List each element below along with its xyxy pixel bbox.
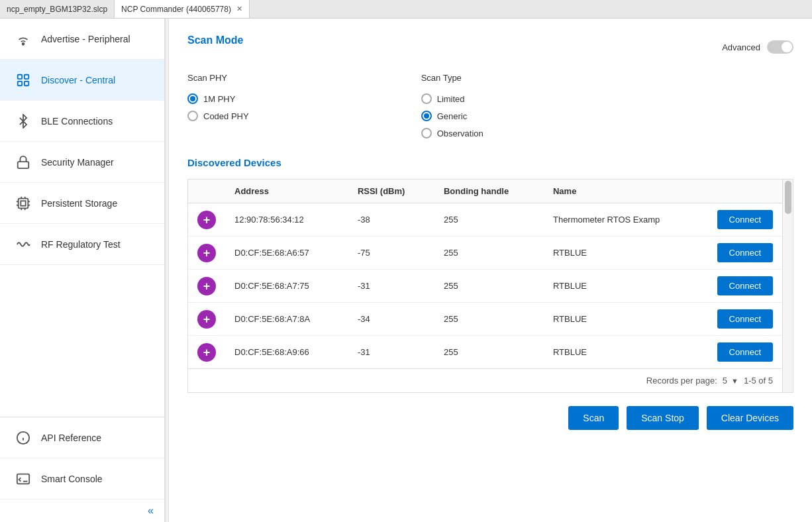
row-plus-cell: + xyxy=(188,336,225,369)
grid-icon xyxy=(13,73,33,87)
connect-button[interactable]: Connect xyxy=(717,276,773,295)
devices-table-container: Address RSSI (dBm) Bonding handle Name +… xyxy=(187,179,793,393)
connect-button[interactable]: Connect xyxy=(717,243,773,262)
svg-rect-4 xyxy=(25,81,28,85)
sidebar-item-api-reference[interactable]: API Reference xyxy=(0,417,164,458)
row-rssi: -34 xyxy=(348,303,434,336)
sidebar-label-rf-regulatory-test: RF Regulatory Test xyxy=(41,239,121,250)
scan-mode-title: Scan Mode xyxy=(187,34,243,46)
radio-label-coded-phy: Coded PHY xyxy=(203,111,249,121)
row-bonding-handle: 255 xyxy=(434,203,544,236)
sidebar-spacer xyxy=(0,265,164,417)
table-row: + D0:CF:5E:68:A7:8A -34 255 RTBLUE Conne… xyxy=(188,303,782,336)
row-bonding-handle: 255 xyxy=(434,236,544,270)
close-icon[interactable]: ✕ xyxy=(236,5,242,13)
clear-devices-button[interactable]: Clear Devices xyxy=(707,406,793,430)
sidebar-item-advertise-peripheral[interactable]: Advertise - Peripheral xyxy=(0,19,164,60)
svg-rect-5 xyxy=(18,162,29,168)
svg-rect-1 xyxy=(18,74,22,78)
radio-circle-observation xyxy=(421,128,432,138)
sidebar-label-persistent-storage: Persistent Storage xyxy=(41,198,117,209)
sidebar-label-security-manager: Security Manager xyxy=(41,157,114,168)
tab-ncp-label: NCP Commander (440065778) xyxy=(121,5,231,14)
sidebar-item-smart-console[interactable]: Smart Console xyxy=(0,458,164,499)
sidebar-item-discover-central[interactable]: Discover - Central xyxy=(0,60,164,101)
advanced-label: Advanced xyxy=(722,42,760,52)
row-expand-button[interactable]: + xyxy=(197,244,216,262)
table-row: + D0:CF:5E:68:A6:57 -75 255 RTBLUE Conne… xyxy=(188,236,782,270)
row-plus-cell: + xyxy=(188,236,225,270)
chevron-down-icon: ▼ xyxy=(731,377,738,385)
radio-label-limited: Limited xyxy=(437,94,465,104)
sidebar: Advertise - Peripheral Discover - Centra… xyxy=(0,19,165,522)
sidebar-item-persistent-storage[interactable]: Persistent Storage xyxy=(0,183,164,224)
row-name: RTBLUE xyxy=(544,336,708,369)
scan-phy-label: Scan PHY xyxy=(187,73,249,83)
row-name: RTBLUE xyxy=(544,236,708,270)
row-expand-button[interactable]: + xyxy=(197,310,216,329)
row-connect-cell: Connect xyxy=(708,303,782,336)
row-bonding-handle: 255 xyxy=(434,270,544,303)
scan-stop-button[interactable]: Scan Stop xyxy=(627,406,699,430)
sidebar-label-advertise-peripheral: Advertise - Peripheral xyxy=(41,34,130,44)
radio-coded-phy[interactable]: Coded PHY xyxy=(187,111,249,121)
tab-file-label: ncp_empty_BGM13P32.slcp xyxy=(7,5,107,14)
radio-circle-1m-phy xyxy=(187,93,198,104)
records-per-page-value: 5 xyxy=(723,376,727,386)
sidebar-item-security-manager[interactable]: Security Manager xyxy=(0,142,164,183)
pagination-range: 1-5 of 5 xyxy=(744,376,773,386)
records-per-page-select[interactable]: 5 ▼ xyxy=(723,376,738,386)
scan-mode-header: Scan Mode Advanced xyxy=(187,34,793,60)
lock-icon xyxy=(13,155,33,170)
sidebar-label-ble-connections: BLE Connections xyxy=(41,116,113,127)
radio-circle-limited xyxy=(421,93,432,104)
table-row: + D0:CF:5E:68:A9:66 -31 255 RTBLUE Conne… xyxy=(188,336,782,369)
tab-bar: ncp_empty_BGM13P32.slcp NCP Commander (4… xyxy=(0,0,812,19)
row-expand-button[interactable]: + xyxy=(197,277,216,295)
col-address-header: Address xyxy=(225,180,348,203)
connect-button[interactable]: Connect xyxy=(717,210,773,229)
row-address: D0:CF:5E:68:A7:75 xyxy=(225,270,348,303)
scan-button[interactable]: Scan xyxy=(568,406,619,430)
connect-button[interactable]: Connect xyxy=(717,342,773,362)
table-header-row: Address RSSI (dBm) Bonding handle Name xyxy=(188,180,782,203)
radio-circle-generic xyxy=(421,111,432,121)
radio-generic[interactable]: Generic xyxy=(421,111,483,121)
devices-table: Address RSSI (dBm) Bonding handle Name +… xyxy=(188,180,782,368)
table-row: + D0:CF:5E:68:A7:75 -31 255 RTBLUE Conne… xyxy=(188,270,782,303)
row-name: RTBLUE xyxy=(544,270,708,303)
scrollbar-track[interactable] xyxy=(782,180,793,392)
row-rssi: -31 xyxy=(348,336,434,369)
devices-table-wrapper: Address RSSI (dBm) Bonding handle Name +… xyxy=(188,180,782,392)
scrollbar-thumb[interactable] xyxy=(785,181,791,214)
sidebar-item-rf-regulatory-test[interactable]: RF Regulatory Test xyxy=(0,224,164,265)
advanced-toggle[interactable] xyxy=(767,40,793,54)
row-connect-cell: Connect xyxy=(708,203,782,236)
sidebar-item-ble-connections[interactable]: BLE Connections xyxy=(0,101,164,142)
row-connect-cell: Connect xyxy=(708,336,782,369)
svg-point-0 xyxy=(23,42,25,44)
connect-button[interactable]: Connect xyxy=(717,309,773,329)
sidebar-label-api-reference: API Reference xyxy=(41,433,101,443)
tab-file[interactable]: ncp_empty_BGM13P32.slcp xyxy=(0,0,115,18)
scan-type-group: Scan Type Limited Generic Observation xyxy=(421,73,483,138)
radio-observation[interactable]: Observation xyxy=(421,128,483,138)
radio-1m-phy[interactable]: 1M PHY xyxy=(187,93,249,104)
scan-options: Scan PHY 1M PHY Coded PHY Scan Type Limi… xyxy=(187,73,793,138)
tab-ncp[interactable]: NCP Commander (440065778) ✕ xyxy=(115,0,250,18)
wifi-icon xyxy=(13,32,33,46)
svg-rect-3 xyxy=(18,81,22,85)
row-expand-button[interactable]: + xyxy=(197,211,216,229)
col-rssi-header: RSSI (dBm) xyxy=(348,180,434,203)
main-layout: Advertise - Peripheral Discover - Centra… xyxy=(0,19,812,522)
radio-limited[interactable]: Limited xyxy=(421,93,483,104)
sidebar-collapse-button[interactable]: « xyxy=(0,499,164,522)
row-name: Thermometer RTOS Examp xyxy=(544,203,708,236)
scan-phy-group: Scan PHY 1M PHY Coded PHY xyxy=(187,73,249,138)
col-action-header xyxy=(708,180,782,203)
sidebar-bottom: API Reference Smart Console « xyxy=(0,417,164,522)
content-area: Scan Mode Advanced Scan PHY 1M PHY Coded… xyxy=(169,19,812,522)
row-expand-button[interactable]: + xyxy=(197,343,216,362)
row-address: D0:CF:5E:68:A6:57 xyxy=(225,236,348,270)
radio-label-1m-phy: 1M PHY xyxy=(203,94,235,104)
